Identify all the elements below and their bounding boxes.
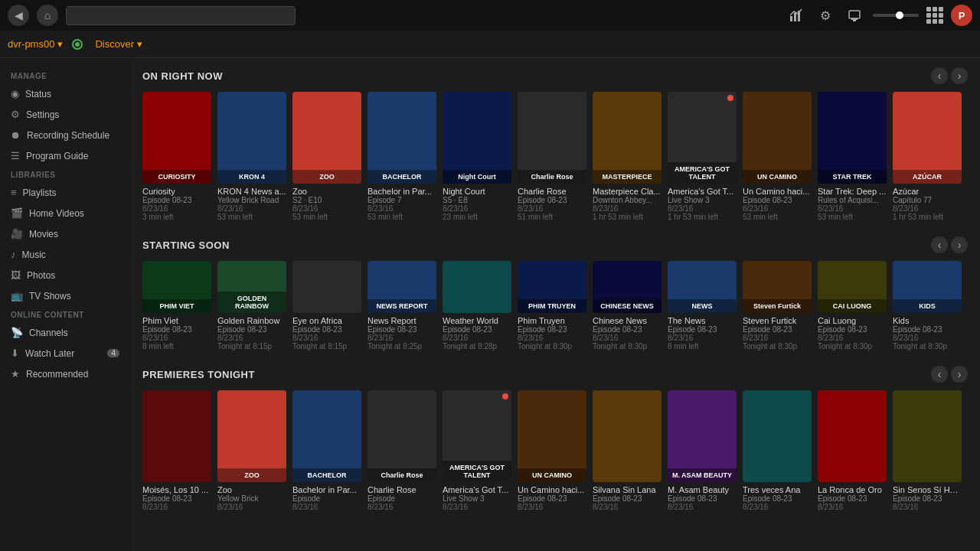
tv-shows-icon: 📺: [11, 290, 23, 302]
watch-later-badge: 4: [107, 349, 119, 357]
home-button[interactable]: ⌂: [37, 5, 58, 26]
list-item[interactable]: PHIM VIETPhim VietEpisode 08-238/23/168 …: [142, 261, 211, 350]
search-input[interactable]: [66, 6, 296, 25]
starting-soon-header: STARTING SOON ‹ ›: [142, 236, 968, 253]
list-item[interactable]: Eye on AfricaEpisode 08-238/23/16Tonight…: [292, 261, 361, 350]
list-item[interactable]: STAR TREKStar Trek: Deep ...Rules of Acq…: [818, 92, 887, 221]
list-item[interactable]: M. ASAM BEAUTYM. Asam BeautyEpisode 08-2…: [668, 390, 737, 511]
recommended-label: Recommended: [26, 369, 88, 380]
on-right-now-header: ON RIGHT NOW ‹ ›: [142, 67, 968, 84]
stats-icon[interactable]: [786, 5, 807, 26]
premieres-tonight-prev[interactable]: ‹: [931, 366, 948, 383]
list-item[interactable]: AMERICA'S GOT TALENTAmerica's Got T...Li…: [443, 390, 511, 511]
music-label: Music: [22, 249, 46, 260]
sidebar: MANAGE ◉ Status ⚙ Settings ⏺ Recording S…: [0, 58, 130, 551]
list-item[interactable]: CURIOSITYCuriosityEpisode 08-238/23/163 …: [142, 92, 211, 221]
on-right-now-next[interactable]: ›: [951, 67, 968, 84]
list-item[interactable]: NEWSThe NewsEpisode 08-238/23/168 min le…: [668, 261, 737, 350]
sidebar-item-settings[interactable]: ⚙ Settings: [0, 104, 130, 125]
device-label: dvr-pms00: [8, 38, 54, 50]
list-item[interactable]: Weather WorldEpisode 08-238/23/16Tonight…: [443, 261, 511, 350]
watch-later-icon: ⬇: [11, 347, 19, 359]
list-item[interactable]: CAI LUONGCai LuongEpisode 08-238/23/16To…: [818, 261, 887, 350]
sidebar-item-status[interactable]: ◉ Status: [0, 83, 130, 104]
premieres-tonight-title: PREMIERES TONIGHT: [142, 369, 255, 380]
sidebar-item-tv-shows[interactable]: 📺 TV Shows: [0, 285, 130, 306]
settings-icon[interactable]: ⚙: [815, 5, 836, 26]
grid-icon[interactable]: [926, 7, 943, 24]
photos-label: Photos: [27, 270, 55, 281]
main-layout: MANAGE ◉ Status ⚙ Settings ⏺ Recording S…: [0, 58, 980, 551]
sidebar-item-music[interactable]: ♪ Music: [0, 244, 130, 265]
discover-label: Discover: [95, 38, 134, 50]
list-item[interactable]: Moisés, Los 10 ...Episode 08-238/23/16: [142, 390, 211, 511]
photos-icon: 🖼: [11, 269, 21, 281]
device-chevron: ▾: [57, 38, 63, 50]
on-right-now-nav: ‹ ›: [931, 67, 968, 84]
list-item[interactable]: ZOOZooS2 · E108/23/1653 min left: [292, 92, 361, 221]
libraries-section-label: LIBRARIES: [0, 166, 130, 182]
main-content: ON RIGHT NOW ‹ › CURIOSITYCuriosityEpiso…: [130, 58, 980, 551]
online-content-section-label: ONLINE CONTENT: [0, 306, 130, 322]
starting-soon-section: STARTING SOON ‹ › PHIM VIETPhim VietEpis…: [142, 236, 968, 350]
back-button[interactable]: ◀: [8, 5, 29, 26]
list-item[interactable]: GOLDEN RAINBOWGolden RainbowEpisode 08-2…: [217, 261, 286, 350]
settings-sidebar-icon: ⚙: [11, 109, 20, 120]
playlists-icon: ≡: [11, 187, 17, 198]
device-selector[interactable]: dvr-pms00 ▾: [8, 38, 83, 50]
list-item[interactable]: UN CAMINOUn Camino haci...Episode 08-238…: [518, 390, 586, 511]
list-item[interactable]: La Ronca de OroEpisode 08-238/23/16: [818, 390, 887, 511]
premieres-tonight-next[interactable]: ›: [951, 366, 968, 383]
sidebar-item-recommended[interactable]: ★ Recommended: [0, 364, 130, 384]
list-item[interactable]: MASTERPIECEMasterpiece Cla...Downton Abb…: [593, 92, 662, 221]
list-item[interactable]: CHINESE NEWSChinese NewsEpisode 08-238/2…: [593, 261, 662, 350]
list-item[interactable]: NEWS REPORTNews ReportEpisode 08-238/23/…: [368, 261, 436, 350]
list-item[interactable]: ZOOZooYellow Brick8/23/16: [217, 390, 286, 511]
premieres-tonight-row: Moisés, Los 10 ...Episode 08-238/23/16ZO…: [142, 390, 968, 511]
brightness-slider[interactable]: [873, 14, 919, 17]
starting-soon-prev[interactable]: ‹: [931, 236, 948, 253]
second-nav: dvr-pms00 ▾ Discover ▾: [0, 31, 980, 58]
on-right-now-prev[interactable]: ‹: [931, 67, 948, 84]
status-icon: ◉: [11, 88, 19, 99]
list-item[interactable]: Sin Senos Sí Hay...Episode 08-238/23/16: [893, 390, 962, 511]
list-item[interactable]: PHIM TRUYENPhim TruyenEpisode 08-238/23/…: [518, 261, 586, 350]
list-item[interactable]: Steven FurtickSteven FurtickEpisode 08-2…: [743, 261, 812, 350]
avatar[interactable]: P: [951, 5, 972, 26]
list-item[interactable]: Tres veces AnaEpisode 08-238/23/16: [743, 390, 812, 511]
guide-icon: ☰: [11, 150, 20, 161]
list-item[interactable]: KIDSKidsEpisode 08-238/23/16Tonight at 8…: [893, 261, 962, 350]
cast-icon[interactable]: [844, 5, 865, 26]
sidebar-item-photos[interactable]: 🖼 Photos: [0, 265, 130, 285]
sidebar-item-playlists[interactable]: ≡ Playlists: [0, 182, 130, 203]
list-item[interactable]: UN CAMINOUn Camino haci...Episode 08-238…: [743, 92, 812, 221]
manage-section-label: MANAGE: [0, 67, 130, 83]
list-item[interactable]: Charlie RoseCharlie RoseEpisode8/23/16: [368, 390, 436, 511]
svg-rect-5: [851, 18, 858, 20]
list-item[interactable]: AMERICA'S GOT TALENTAmerica's Got T...Li…: [668, 92, 737, 221]
premieres-tonight-nav: ‹ ›: [931, 366, 968, 383]
svg-rect-0: [790, 16, 792, 21]
list-item[interactable]: AZÚCARAzúcarCapítulo 778/23/161 hr 53 mi…: [893, 92, 962, 221]
sidebar-item-watch-later[interactable]: ⬇ Watch Later 4: [0, 343, 130, 364]
starting-soon-next[interactable]: ›: [951, 236, 968, 253]
sidebar-item-movies[interactable]: 🎥 Movies: [0, 223, 130, 244]
sidebar-item-channels[interactable]: 📡 Channels: [0, 322, 130, 343]
list-item[interactable]: KRON 4KRON 4 News a...Yellow Brick Road8…: [217, 92, 286, 221]
list-item[interactable]: Charlie RoseCharlie RoseEpisode 08-238/2…: [518, 92, 586, 221]
list-item[interactable]: Night CourtNight CourtS5 · E88/23/1623 m…: [443, 92, 511, 221]
list-item[interactable]: BACHELORBachelor in Par...Episode 78/23/…: [368, 92, 436, 221]
svg-rect-4: [853, 20, 856, 21]
starting-soon-row: PHIM VIETPhim VietEpisode 08-238/23/168 …: [142, 261, 968, 350]
list-item[interactable]: BACHELORBachelor in Par...Episode8/23/16: [292, 390, 361, 511]
sidebar-item-home-videos[interactable]: 🎬 Home Videos: [0, 203, 130, 223]
movies-icon: 🎥: [11, 228, 23, 240]
sidebar-item-program-guide[interactable]: ☰ Program Guide: [0, 145, 130, 166]
sidebar-item-recording-schedule[interactable]: ⏺ Recording Schedule: [0, 125, 130, 145]
discover-button[interactable]: Discover ▾: [95, 38, 142, 50]
recommended-icon: ★: [11, 368, 20, 380]
list-item[interactable]: Silvana Sin LanaEpisode 08-238/23/16: [593, 390, 662, 511]
music-icon: ♪: [11, 249, 16, 260]
status-label: Status: [25, 89, 51, 99]
home-videos-label: Home Videos: [29, 208, 84, 219]
